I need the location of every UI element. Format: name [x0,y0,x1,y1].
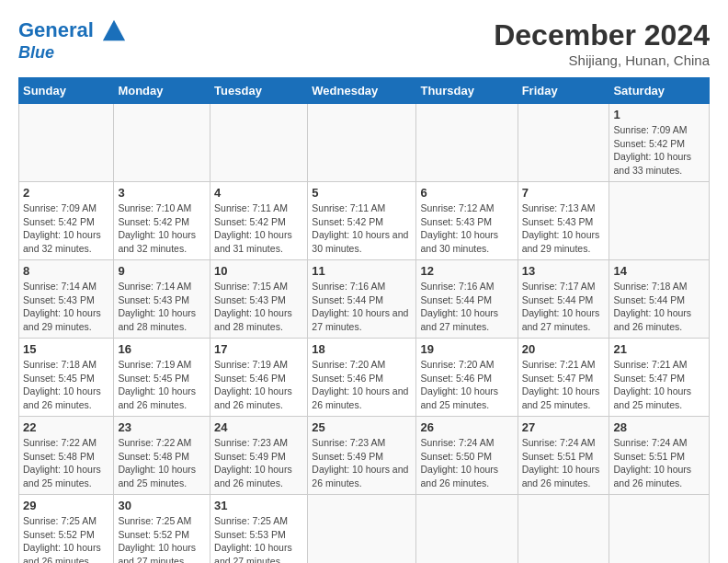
day-number: 23 [118,420,206,434]
day-info: Sunrise: 7:24 AMSunset: 5:50 PMDaylight:… [420,436,513,490]
day-number: 17 [214,342,303,356]
day-info: Sunrise: 7:23 AMSunset: 5:49 PMDaylight:… [214,436,303,490]
day-number: 1 [613,108,705,121]
day-info: Sunrise: 7:15 AMSunset: 5:43 PMDaylight:… [214,280,303,334]
day-info: Sunrise: 7:18 AMSunset: 5:44 PMDaylight:… [613,280,705,334]
month-title: December 2024 [494,18,710,52]
day-info: Sunrise: 7:22 AMSunset: 5:48 PMDaylight:… [118,436,206,490]
empty-cell [114,104,210,182]
day-info: Sunrise: 7:24 AMSunset: 5:51 PMDaylight:… [613,436,705,490]
day-number: 11 [312,264,412,278]
calendar-day-cell: 14 Sunrise: 7:18 AMSunset: 5:44 PMDaylig… [609,260,710,339]
day-info: Sunrise: 7:24 AMSunset: 5:51 PMDaylight:… [522,436,606,490]
day-of-week-header: Saturday [609,78,710,104]
day-info: Sunrise: 7:14 AMSunset: 5:43 PMDaylight:… [118,280,206,334]
day-number: 3 [118,186,206,200]
day-of-week-header: Thursday [416,78,518,104]
calendar-day-cell: 9 Sunrise: 7:14 AMSunset: 5:43 PMDayligh… [114,260,210,339]
page-header: General Blue December 2024 Shijiang, Hun… [18,18,710,68]
location: Shijiang, Hunan, China [494,52,710,68]
day-info: Sunrise: 7:13 AMSunset: 5:43 PMDaylight:… [522,201,606,256]
calendar-day-cell: 20 Sunrise: 7:21 AMSunset: 5:47 PMDaylig… [518,339,609,417]
day-number: 28 [613,420,705,434]
day-info: Sunrise: 7:17 AMSunset: 5:44 PMDaylight:… [522,280,606,334]
title-block: December 2024 Shijiang, Hunan, China [494,18,710,68]
day-of-week-header: Wednesday [308,78,416,104]
calendar-day-cell: 24 Sunrise: 7:23 AMSunset: 5:49 PMDaylig… [210,417,308,495]
day-info: Sunrise: 7:11 AMSunset: 5:42 PMDaylight:… [214,201,303,256]
day-info: Sunrise: 7:25 AMSunset: 5:53 PMDaylight:… [214,514,303,563]
day-number: 22 [23,420,109,434]
day-info: Sunrise: 7:25 AMSunset: 5:52 PMDaylight:… [23,514,109,563]
logo: General Blue [18,18,127,63]
calendar-day-cell: 5 Sunrise: 7:11 AMSunset: 5:42 PMDayligh… [308,182,416,260]
day-number: 26 [420,420,513,434]
empty-cell [308,495,416,564]
empty-cell [518,495,609,564]
calendar-day-cell: 26 Sunrise: 7:24 AMSunset: 5:50 PMDaylig… [416,417,518,495]
calendar-day-cell: 10 Sunrise: 7:15 AMSunset: 5:43 PMDaylig… [210,260,308,339]
svg-marker-0 [103,20,125,40]
day-number: 12 [420,264,513,278]
empty-cell [210,104,308,182]
day-info: Sunrise: 7:22 AMSunset: 5:48 PMDaylight:… [23,436,109,490]
logo-text: General [18,18,127,44]
calendar-day-cell: 17 Sunrise: 7:19 AMSunset: 5:46 PMDaylig… [210,339,308,417]
calendar-day-cell: 23 Sunrise: 7:22 AMSunset: 5:48 PMDaylig… [114,417,210,495]
calendar-day-cell: 27 Sunrise: 7:24 AMSunset: 5:51 PMDaylig… [518,417,609,495]
day-info: Sunrise: 7:16 AMSunset: 5:44 PMDaylight:… [420,280,513,334]
day-number: 7 [522,186,606,200]
calendar-week-row: 1 Sunrise: 7:09 AMSunset: 5:42 PMDayligh… [19,104,710,182]
calendar-day-cell: 3 Sunrise: 7:10 AMSunset: 5:42 PMDayligh… [114,182,210,260]
calendar-day-cell: 12 Sunrise: 7:16 AMSunset: 5:44 PMDaylig… [416,260,518,339]
day-info: Sunrise: 7:25 AMSunset: 5:52 PMDaylight:… [118,514,206,563]
calendar-week-row: 29 Sunrise: 7:25 AMSunset: 5:52 PMDaylig… [19,495,710,564]
calendar-day-cell: 16 Sunrise: 7:19 AMSunset: 5:45 PMDaylig… [114,339,210,417]
day-info: Sunrise: 7:14 AMSunset: 5:43 PMDaylight:… [23,280,109,334]
calendar-week-row: 15 Sunrise: 7:18 AMSunset: 5:45 PMDaylig… [19,339,710,417]
calendar-day-cell: 13 Sunrise: 7:17 AMSunset: 5:44 PMDaylig… [518,260,609,339]
day-info: Sunrise: 7:16 AMSunset: 5:44 PMDaylight:… [312,280,412,334]
day-number: 6 [420,186,513,200]
day-number: 14 [613,264,705,278]
day-number: 15 [23,342,109,356]
calendar-day-cell: 18 Sunrise: 7:20 AMSunset: 5:46 PMDaylig… [308,339,416,417]
day-number: 20 [522,342,606,356]
day-of-week-header: Tuesday [210,78,308,104]
calendar-table: SundayMondayTuesdayWednesdayThursdayFrid… [18,77,710,563]
calendar-day-cell: 30 Sunrise: 7:25 AMSunset: 5:52 PMDaylig… [114,495,210,564]
day-info: Sunrise: 7:11 AMSunset: 5:42 PMDaylight:… [312,201,412,256]
day-number: 16 [118,342,206,356]
calendar-day-cell: 7 Sunrise: 7:13 AMSunset: 5:43 PMDayligh… [518,182,609,260]
calendar-day-cell: 25 Sunrise: 7:23 AMSunset: 5:49 PMDaylig… [308,417,416,495]
day-number: 31 [214,499,303,512]
calendar-day-cell: 6 Sunrise: 7:12 AMSunset: 5:43 PMDayligh… [416,182,518,260]
calendar-week-row: 8 Sunrise: 7:14 AMSunset: 5:43 PMDayligh… [19,260,710,339]
calendar-day-cell: 22 Sunrise: 7:22 AMSunset: 5:48 PMDaylig… [19,417,114,495]
calendar-week-row: 2 Sunrise: 7:09 AMSunset: 5:42 PMDayligh… [19,182,710,260]
day-number: 2 [23,186,109,200]
day-number: 29 [23,499,109,512]
day-number: 18 [312,342,412,356]
calendar-day-cell: 4 Sunrise: 7:11 AMSunset: 5:42 PMDayligh… [210,182,308,260]
calendar-day-cell: 15 Sunrise: 7:18 AMSunset: 5:45 PMDaylig… [19,339,114,417]
empty-cell [609,182,710,260]
empty-cell [518,104,609,182]
day-number: 30 [118,499,206,512]
calendar-day-cell: 21 Sunrise: 7:21 AMSunset: 5:47 PMDaylig… [609,339,710,417]
empty-cell [308,104,416,182]
day-number: 10 [214,264,303,278]
empty-cell [416,104,518,182]
empty-cell [609,495,710,564]
calendar-day-cell: 2 Sunrise: 7:09 AMSunset: 5:42 PMDayligh… [19,182,114,260]
day-info: Sunrise: 7:10 AMSunset: 5:42 PMDaylight:… [118,201,206,256]
day-info: Sunrise: 7:09 AMSunset: 5:42 PMDaylight:… [23,201,109,256]
day-number: 13 [522,264,606,278]
calendar-day-cell: 8 Sunrise: 7:14 AMSunset: 5:43 PMDayligh… [19,260,114,339]
empty-cell [416,495,518,564]
day-info: Sunrise: 7:20 AMSunset: 5:46 PMDaylight:… [312,358,412,412]
calendar-day-cell: 19 Sunrise: 7:20 AMSunset: 5:46 PMDaylig… [416,339,518,417]
calendar-week-row: 22 Sunrise: 7:22 AMSunset: 5:48 PMDaylig… [19,417,710,495]
day-info: Sunrise: 7:20 AMSunset: 5:46 PMDaylight:… [420,358,513,412]
calendar-day-cell: 31 Sunrise: 7:25 AMSunset: 5:53 PMDaylig… [210,495,308,564]
